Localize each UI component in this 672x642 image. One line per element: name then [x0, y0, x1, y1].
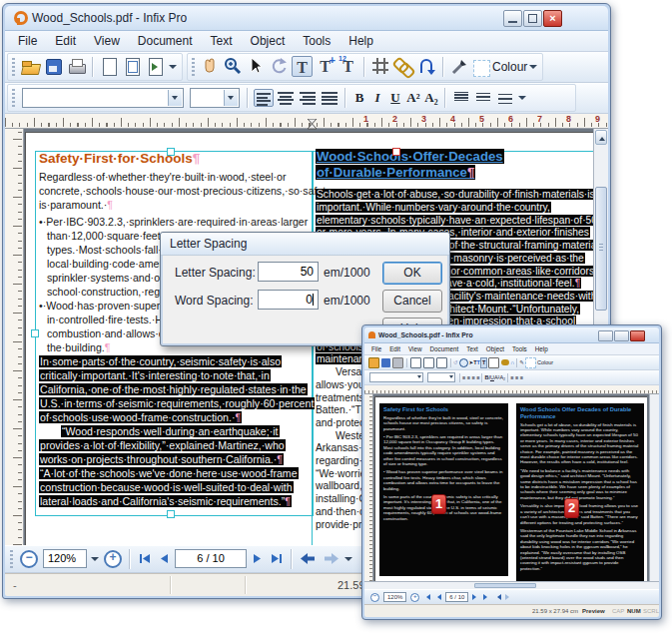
chevron-down-icon[interactable] [529, 65, 537, 73]
zoom-in-icon[interactable]: + [410, 593, 419, 602]
add-text-icon[interactable]: T [315, 56, 336, 77]
align-left-button[interactable] [254, 89, 274, 107]
new-page-icon[interactable] [99, 56, 120, 77]
menu-object[interactable]: Object [482, 345, 508, 352]
subscript-button[interactable]: A₂ [499, 373, 505, 382]
zoom-icon[interactable] [223, 56, 244, 77]
pan-hand-icon[interactable] [200, 56, 221, 77]
crop-icon[interactable] [488, 357, 499, 368]
line-spacing-normal-button[interactable] [473, 89, 493, 107]
open-icon[interactable] [368, 357, 379, 368]
previous-page-button[interactable] [158, 552, 170, 565]
letter-spacing-input[interactable]: 50 [258, 262, 319, 282]
chevron-down-icon[interactable] [168, 90, 182, 106]
maximize-button[interactable] [614, 330, 629, 341]
menu-text[interactable]: Text [202, 32, 242, 50]
toolbar-gripper[interactable] [12, 58, 15, 76]
colour-swatch-box[interactable] [473, 60, 490, 77]
zoom-out-icon[interactable]: − [370, 593, 379, 602]
first-page-button[interactable] [138, 552, 152, 565]
ruler-cursor-marker[interactable] [308, 116, 318, 134]
align-justify-button[interactable] [320, 89, 339, 107]
eyedropper-icon[interactable] [449, 56, 470, 77]
reflow-uturn-icon[interactable]: ∩ [510, 358, 514, 367]
chevron-down-icon[interactable] [91, 557, 99, 565]
previous-page-button[interactable] [434, 594, 441, 600]
last-page-button[interactable] [483, 594, 490, 600]
eyedropper-icon[interactable]: ✎ [519, 358, 524, 367]
zoom-level-box[interactable]: 120% [43, 549, 87, 568]
undo-rotate-icon[interactable]: ↺ [453, 358, 458, 367]
undo-rotate-icon[interactable] [269, 56, 290, 77]
bold-button[interactable]: B [350, 88, 368, 108]
chevron-down-icon[interactable] [518, 96, 526, 104]
crop-icon[interactable] [370, 56, 391, 77]
save-icon[interactable] [381, 358, 390, 367]
minimize-button[interactable] [503, 10, 522, 27]
menu-document[interactable]: Document [426, 345, 463, 352]
menu-edit[interactable]: Edit [46, 32, 85, 50]
font-family-select[interactable] [369, 372, 423, 382]
word-spacing-input[interactable]: 0 [258, 290, 319, 310]
menu-help[interactable]: Help [531, 345, 552, 352]
menu-tools[interactable]: Tools [294, 32, 339, 50]
alignment-buttons[interactable]: ≡ ≡ ≡ ≡ [462, 373, 479, 382]
toolbar-gripper[interactable] [12, 89, 15, 107]
next-page-button[interactable] [252, 552, 264, 565]
mini-pdf-page[interactable]: Safety First for SchoolsRegardless of wh… [374, 396, 647, 581]
reflow-tool-icon[interactable]: T [480, 357, 487, 368]
zoom-out-icon[interactable]: − [20, 550, 38, 568]
menu-document[interactable]: Document [129, 32, 202, 50]
print-icon[interactable] [66, 56, 87, 77]
colour-swatch-box[interactable] [525, 357, 536, 368]
mini-horizontal-scrollbar[interactable] [364, 581, 659, 589]
line-spacing-buttons[interactable]: ≡ ≡ ≡ [510, 373, 523, 382]
export-page-icon[interactable] [436, 357, 447, 368]
align-right-button[interactable] [298, 89, 318, 107]
page-number-box[interactable]: 6 / 10 [445, 592, 468, 602]
page-properties-icon[interactable] [122, 56, 143, 77]
underline-button[interactable]: U [386, 88, 404, 108]
page-properties-icon[interactable] [423, 357, 434, 368]
text-size-icon[interactable]: T [337, 56, 358, 77]
last-page-button[interactable] [270, 552, 284, 565]
new-page-icon[interactable] [410, 357, 421, 368]
hyperlink-icon[interactable] [393, 56, 414, 77]
align-center-button[interactable] [276, 89, 296, 107]
frame-handle[interactable] [31, 329, 39, 337]
frame-handle-active[interactable] [392, 148, 400, 156]
menu-tools[interactable]: Tools [508, 345, 531, 352]
line-spacing-tight-button[interactable] [451, 89, 471, 107]
zoom-icon[interactable] [459, 358, 468, 367]
italic-button[interactable]: I [368, 88, 386, 108]
font-size-select[interactable] [427, 372, 455, 382]
export-page-icon[interactable] [145, 56, 166, 77]
minimize-button[interactable] [598, 330, 613, 341]
view-forward-icon[interactable] [323, 552, 339, 565]
maximize-button[interactable] [523, 10, 542, 27]
menu-view[interactable]: View [85, 32, 129, 50]
next-page-button[interactable] [472, 594, 479, 600]
frame-handle[interactable] [167, 148, 175, 156]
print-icon[interactable] [392, 357, 403, 368]
close-button[interactable] [630, 330, 645, 341]
font-family-select[interactable] [22, 88, 184, 108]
view-forward-icon[interactable] [505, 594, 512, 600]
menu-edit[interactable]: Edit [385, 345, 404, 352]
mini-vertical-scrollbar[interactable] [649, 394, 659, 581]
first-page-button[interactable] [423, 594, 430, 600]
toolbar-gripper[interactable] [192, 58, 195, 76]
scrollbar-thumb[interactable] [595, 187, 607, 311]
save-icon[interactable] [43, 56, 64, 77]
zoom-level-box[interactable]: 120% [383, 592, 406, 602]
view-back-icon[interactable] [494, 594, 501, 600]
menu-object[interactable]: Object [242, 32, 295, 50]
text-tool-icon[interactable]: T [292, 56, 313, 77]
ok-button[interactable]: OK [382, 262, 442, 285]
close-button[interactable]: × [543, 10, 562, 27]
title-bar[interactable]: Wood_Schools.pdf - Infix Pro × [5, 6, 608, 31]
open-icon[interactable] [20, 56, 41, 77]
dialog-title-bar[interactable]: Letter Spacing [161, 233, 449, 256]
scroll-up-icon[interactable] [595, 130, 607, 145]
chevron-down-icon[interactable] [344, 557, 352, 565]
